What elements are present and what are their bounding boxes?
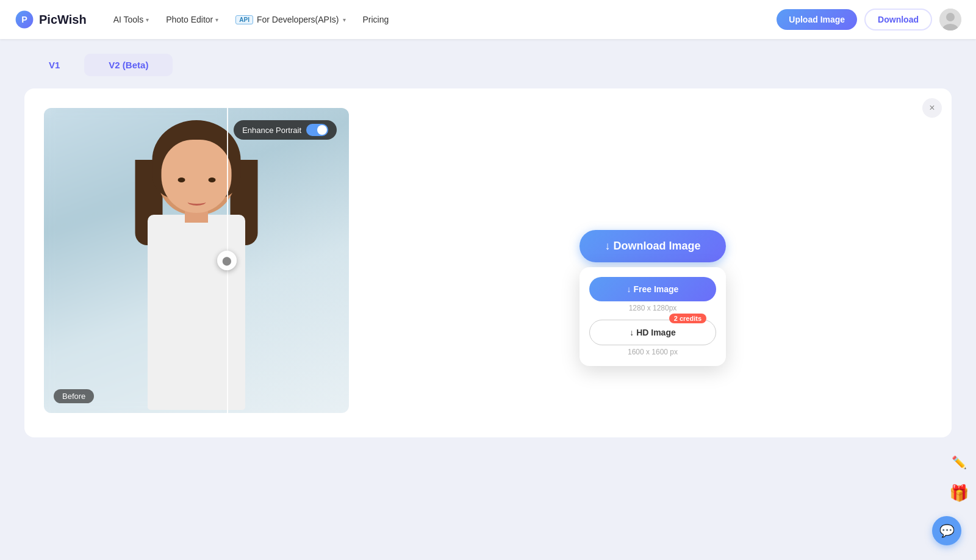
eye-left <box>178 178 185 182</box>
editor-card: × <box>24 88 952 437</box>
hd-image-label: ↓ HD Image <box>630 328 675 337</box>
nav-pricing-label: Pricing <box>363 15 389 24</box>
face <box>162 140 232 213</box>
photo-background: ⬤ Enhance Portrait Before <box>44 108 349 413</box>
tab-v1[interactable]: V1 <box>24 54 84 76</box>
hd-image-wrap: 2 credits ↓ HD Image <box>589 320 716 345</box>
brand-name: PicWish <box>39 13 87 27</box>
body <box>148 215 245 410</box>
nav-developers-label: For Developers(APIs) <box>257 15 339 24</box>
enhance-portrait-toggle: Enhance Portrait <box>234 120 337 140</box>
chevron-down-icon: ▾ <box>215 16 218 23</box>
navbar-right: Upload Image Download <box>777 9 961 31</box>
download-dropdown: ↓ Free Image 1280 x 1280px 2 credits ↓ H… <box>580 267 726 366</box>
mouth <box>187 198 206 206</box>
eye-right <box>208 178 215 182</box>
nav-items: AI Tools ▾ Photo Editor ▾ API For Develo… <box>106 11 777 28</box>
avatar[interactable] <box>939 9 961 31</box>
free-resolution: 1280 x 1280px <box>589 304 716 312</box>
hd-image-button[interactable]: ↓ HD Image <box>589 320 716 345</box>
nav-photo-editor[interactable]: Photo Editor ▾ <box>159 11 226 28</box>
download-panel: ↓ Download Image ↓ Free Image 1280 x 128… <box>373 108 932 366</box>
nav-ai-tools[interactable]: AI Tools ▾ <box>106 11 157 28</box>
before-label: Before <box>54 389 94 403</box>
free-image-button[interactable]: ↓ Free Image <box>589 277 716 301</box>
comparison-slider[interactable]: ⬤ <box>217 251 237 270</box>
nav-pricing[interactable]: Pricing <box>356 11 396 28</box>
subject-figure <box>111 126 282 413</box>
download-image-button[interactable]: ↓ Download Image <box>580 230 726 262</box>
chevron-down-icon: ▾ <box>146 16 149 23</box>
logo-icon: P <box>15 10 34 29</box>
chevron-down-icon: ▾ <box>343 16 346 23</box>
api-badge: API <box>235 15 253 24</box>
upload-image-button[interactable]: Upload Image <box>777 9 857 30</box>
toggle-switch[interactable] <box>306 124 328 136</box>
user-avatar-icon <box>939 9 961 31</box>
close-button[interactable]: × <box>922 98 942 118</box>
nav-for-developers[interactable]: API For Developers(APIs) ▾ <box>228 11 353 28</box>
tab-v2[interactable]: V2 (Beta) <box>84 54 173 76</box>
enhance-portrait-label: Enhance Portrait <box>242 126 301 135</box>
chat-button[interactable]: 💬 <box>932 516 961 545</box>
edit-icon[interactable]: ✏️ <box>947 450 971 475</box>
gift-icon[interactable]: 🎁 <box>947 481 971 505</box>
svg-point-3 <box>946 13 955 21</box>
free-image-label: ↓ Free Image <box>627 284 679 294</box>
toggle-knob <box>317 125 327 135</box>
nav-ai-tools-label: AI Tools <box>113 15 144 24</box>
download-button[interactable]: Download <box>864 9 932 31</box>
hd-resolution: 1600 x 1600 px <box>589 348 716 356</box>
logo[interactable]: P PicWish <box>15 10 87 29</box>
version-tabs: V1 V2 (Beta) <box>24 54 952 76</box>
navbar: P PicWish AI Tools ▾ Photo Editor ▾ API … <box>0 0 976 39</box>
nav-photo-editor-label: Photo Editor <box>166 15 213 24</box>
svg-text:P: P <box>21 15 27 24</box>
credits-badge: 2 credits <box>669 314 706 323</box>
image-preview: ⬤ Enhance Portrait Before <box>44 108 349 413</box>
download-image-label: ↓ Download Image <box>605 240 700 253</box>
editor-area: ⬤ Enhance Portrait Before ↓ Download Ima… <box>44 108 932 413</box>
main-content: V1 V2 (Beta) × <box>0 39 976 452</box>
